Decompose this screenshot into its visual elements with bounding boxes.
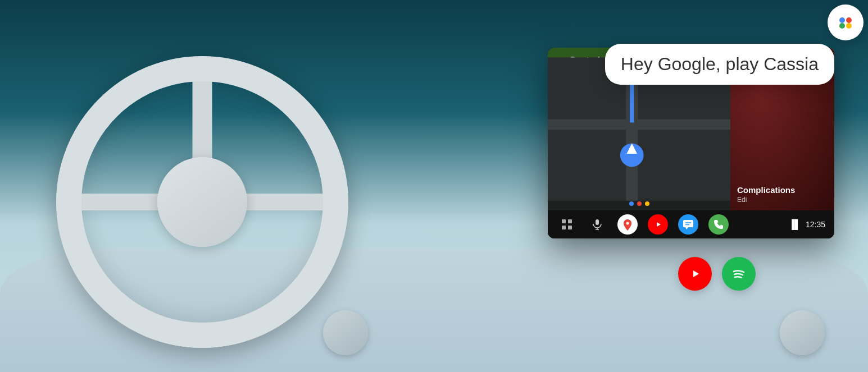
floating-youtube-icon [687,268,703,280]
assistant-text: Hey Google, play Cassia [621,54,819,74]
svg-marker-23 [693,270,699,277]
music-info: Complications Edi [737,185,828,204]
svg-point-21 [839,23,845,29]
svg-rect-2 [548,120,730,130]
google-assistant-icon [835,12,856,33]
svg-point-22 [846,23,852,29]
svg-point-19 [839,17,845,23]
svg-rect-7 [568,219,572,223]
bottom-right-status: ▐▌ 12:35 [788,219,825,229]
bottom-app-icons [557,214,729,235]
svg-rect-16 [683,220,693,227]
svg-rect-9 [568,226,572,229]
floating-youtube-button[interactable] [678,257,712,291]
google-assistant-button[interactable] [828,4,864,40]
nav-dot-3 [645,201,649,206]
svg-rect-10 [596,219,599,225]
mic-icon [592,219,603,230]
svg-marker-15 [657,222,661,227]
steering-wheel-hub [157,157,247,247]
phone-button[interactable] [708,214,729,235]
dashboard-knob-right [780,310,825,355]
assistant-speech-bubble: Hey Google, play Cassia [605,44,834,85]
maps-button[interactable] [617,214,638,235]
steering-wheel [56,56,348,348]
svg-point-20 [846,17,852,23]
music-title: Complications [737,185,828,195]
mic-button[interactable] [587,214,607,235]
floating-spotify-button[interactable] [722,257,756,291]
svg-rect-8 [562,226,566,229]
floating-spotify-icon [730,265,747,282]
music-artist: Edi [737,196,828,204]
maps-icon [621,218,634,231]
svg-rect-6 [562,219,566,223]
svg-point-14 [626,222,629,225]
nav-dot-1 [629,201,634,206]
nav-dot-2 [637,201,642,206]
grid-icon [561,219,572,230]
time-display: 12:35 [806,220,825,229]
screen-bottom-bar: ▐▌ 12:35 [548,210,834,238]
steering-wheel-outer [56,56,348,348]
messages-icon [683,219,694,229]
nav-indicator-dots [629,201,649,206]
youtube-button[interactable] [648,214,668,235]
grid-button[interactable] [557,214,577,235]
youtube-icon [652,220,664,229]
floating-app-icons [678,257,756,291]
phone-icon [714,219,724,229]
signal-icon: ▐▌ [788,219,801,229]
messages-button[interactable] [678,214,698,235]
